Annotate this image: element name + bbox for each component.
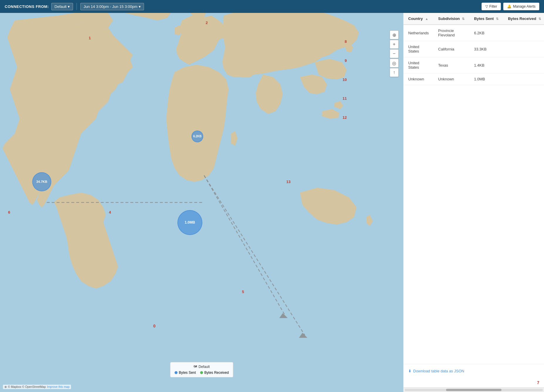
legend-items: Bytes Sent Bytes Received	[174, 371, 229, 375]
minus-icon: −	[393, 51, 395, 56]
table-body: Netherlands Provincie Flevoland 6.2KB Un…	[404, 25, 544, 85]
cell-bytes-sent: 33.3KB	[469, 41, 503, 57]
table-row[interactable]: Unknown Unknown 1.0MB	[404, 73, 544, 85]
header-right-controls: ▽ Filter 🔔 Manage Alerts	[482, 3, 539, 10]
zoom-out-button[interactable]: −	[390, 49, 399, 58]
right-panel: Country ▲ Subdivision ⇅ Bytes Sent ⇅ B	[403, 13, 544, 392]
filter-button[interactable]: ▽ Filter	[482, 3, 501, 10]
bubble-us[interactable]: 34.7KB	[32, 172, 51, 191]
date-range-button[interactable]: Jun 14 3:00pm - Jun 15 3:00pm ▾	[80, 3, 144, 10]
bubble-netherlands[interactable]: 6.2KB	[191, 131, 203, 142]
cell-subdivision: Unknown	[433, 73, 469, 85]
map-controls: ⊕ + − ◎ ↑	[390, 31, 399, 77]
compass-button[interactable]: ⊕	[390, 31, 399, 39]
cell-subdivision: California	[433, 41, 469, 57]
main-layout: 34.7KB 6.2KB 1.0MB ⊕ + − ◎ ↑	[0, 13, 544, 392]
annotation-7: 7	[404, 378, 544, 387]
bytes-sent-dot	[174, 371, 177, 374]
location-button[interactable]: ◎	[390, 59, 399, 67]
expand-icon: ↑	[393, 70, 395, 75]
bottom-scrollbar[interactable]	[404, 387, 544, 392]
filter-icon: ▽	[485, 4, 488, 9]
map-attribution: ⊕ © Mapbox © OpenStreetMap Improve this …	[3, 385, 71, 389]
legend-bytes-sent: Bytes Sent	[174, 371, 196, 375]
map-container[interactable]: 34.7KB 6.2KB 1.0MB ⊕ + − ◎ ↑	[0, 13, 403, 392]
expand-button[interactable]: ↑	[390, 68, 399, 77]
default-selector-button[interactable]: Default ▾	[51, 3, 73, 10]
bell-icon: 🔔	[507, 4, 511, 9]
map-legend: 🗺 Default Bytes Sent Bytes Received	[170, 362, 233, 377]
cell-bytes-received	[503, 57, 544, 73]
table-row[interactable]: United States California 33.3KB	[404, 41, 544, 57]
scrollbar-thumb[interactable]	[446, 389, 501, 391]
improve-map-link[interactable]: Improve this map	[47, 385, 70, 388]
th-country[interactable]: Country ▲	[404, 13, 433, 25]
legend-bytes-received: Bytes Received	[200, 371, 229, 375]
manage-alerts-button[interactable]: 🔔 Manage Alerts	[503, 3, 539, 10]
scrollbar-track	[405, 389, 543, 391]
zoom-in-button[interactable]: +	[390, 40, 399, 49]
cell-bytes-received	[503, 73, 544, 85]
cell-bytes-sent: 1.0MB	[469, 73, 503, 85]
cell-bytes-sent: 6.2KB	[469, 25, 503, 41]
location-icon: ◎	[392, 60, 396, 66]
cell-country: Unknown	[404, 73, 433, 85]
cell-bytes-received	[503, 25, 544, 41]
th-bytes-received[interactable]: Bytes Received ⇅	[503, 13, 544, 25]
mapbox-logo: ⊕	[4, 385, 7, 388]
table-header: Country ▲ Subdivision ⇅ Bytes Sent ⇅ B	[404, 13, 544, 25]
th-bytes-sent[interactable]: Bytes Sent ⇅	[469, 13, 503, 25]
cell-subdivision: Provincie Flevoland	[433, 25, 469, 41]
world-map-svg	[0, 13, 403, 392]
cell-subdivision: Texas	[433, 57, 469, 73]
sort-icon-bytes-sent: ⇅	[496, 17, 499, 21]
data-table[interactable]: Country ▲ Subdivision ⇅ Bytes Sent ⇅ B	[404, 13, 544, 364]
mapbox-text: © Mapbox © OpenStreetMap	[8, 385, 46, 388]
header-divider	[77, 3, 77, 10]
sort-icon-subdivision: ⇅	[462, 17, 465, 21]
header: CONNECTIONS FROM: Default ▾ Jun 14 3:00p…	[0, 0, 544, 13]
cell-bytes-received	[503, 41, 544, 57]
bytes-received-dot	[200, 371, 203, 374]
legend-icon: 🗺	[194, 365, 197, 369]
table-row[interactable]: Netherlands Provincie Flevoland 6.2KB	[404, 25, 544, 41]
compass-icon: ⊕	[392, 32, 396, 38]
cell-country: United States	[404, 57, 433, 73]
plus-icon: +	[393, 42, 395, 47]
legend-title: 🗺 Default	[194, 365, 210, 369]
cell-bytes-sent: 1.4KB	[469, 57, 503, 73]
connections-label: CONNECTIONS FROM:	[5, 4, 49, 9]
th-subdivision[interactable]: Subdivision ⇅	[433, 13, 469, 25]
bubble-unknown[interactable]: 1.0MB	[177, 210, 202, 235]
sort-icon-country: ▲	[425, 17, 428, 21]
download-section: ⬇ Download table data as JSON	[404, 364, 544, 378]
download-json-link[interactable]: ⬇ Download table data as JSON	[408, 369, 539, 373]
cell-country: Netherlands	[404, 25, 433, 41]
cell-country: United States	[404, 41, 433, 57]
download-icon: ⬇	[408, 369, 411, 373]
table-row[interactable]: United States Texas 1.4KB	[404, 57, 544, 73]
sort-icon-bytes-received: ⇅	[538, 17, 541, 21]
